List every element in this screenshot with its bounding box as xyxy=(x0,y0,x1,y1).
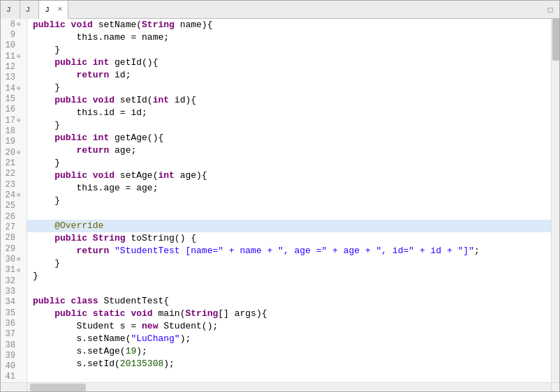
token-plain: age; xyxy=(109,144,136,157)
line-number-24: 24 xyxy=(3,190,15,200)
gutter-line-40: 40 xyxy=(1,361,27,372)
token-plain: ( xyxy=(126,333,131,345)
line-number-34: 34 xyxy=(3,297,15,307)
code-line-13: } xyxy=(27,82,551,94)
line-number-26: 26 xyxy=(3,212,15,222)
gutter-line-25: 25 xyxy=(1,201,27,211)
token-plain: s. xyxy=(33,345,87,358)
gutter-line-33: 33 xyxy=(1,286,27,296)
token-method: setName xyxy=(87,333,126,345)
window-controls: □ xyxy=(530,3,559,16)
scrollbar-thumb-v[interactable] xyxy=(552,19,559,61)
token-plain: s. xyxy=(33,358,87,370)
fold-icon-24[interactable]: ⊖ xyxy=(17,191,24,199)
token-kw: String xyxy=(93,232,131,245)
fold-icon-17[interactable]: ⊖ xyxy=(17,116,24,124)
gutter-line-38: 38 xyxy=(1,340,27,350)
gutter-line-13: 13 xyxy=(1,73,27,83)
token-plain: Student s = xyxy=(33,320,142,333)
token-plain: ( xyxy=(136,19,142,31)
minimize-button[interactable] xyxy=(530,3,543,16)
token-plain: s. xyxy=(33,333,87,345)
code-line-23 xyxy=(27,207,551,220)
maximize-button[interactable]: □ xyxy=(544,3,557,16)
code-line-29 xyxy=(27,282,551,295)
token-method: toString xyxy=(131,232,174,245)
code-line-14: public void setId(int id){ xyxy=(27,94,551,107)
token-plain: ); xyxy=(163,358,175,370)
line-number-21: 21 xyxy=(3,158,15,168)
gutter-line-23: 23 xyxy=(1,179,27,190)
gutter-line-26: 26 xyxy=(1,211,27,222)
token-kw: public int xyxy=(33,56,115,69)
token-plain: } xyxy=(33,82,60,94)
token-kw: return xyxy=(76,69,109,82)
code-line-36 xyxy=(27,370,551,382)
code-line-10: } xyxy=(27,44,551,56)
bottom-area xyxy=(1,382,559,391)
line-number-30: 30 xyxy=(3,255,15,264)
token-kw: String xyxy=(142,19,175,31)
token-plain: Student(); xyxy=(158,320,218,333)
line-number-39: 39 xyxy=(3,351,15,361)
code-line-24: @Override xyxy=(27,220,551,232)
token-plain: (){ xyxy=(147,132,163,144)
fold-icon-30[interactable]: ⊖ xyxy=(17,255,24,263)
code-lines: public void setName(String name){ this.n… xyxy=(27,19,551,382)
tab-studenttest[interactable]: J ✕ xyxy=(39,1,68,19)
token-kw: public static void xyxy=(54,308,158,320)
line-gutter: 8⊖91011⊖121314⊖151617⊖181920⊖21222324⊖25… xyxy=(1,19,27,382)
tab-codestandard[interactable]: J xyxy=(1,1,20,19)
line-number-17: 17 xyxy=(3,116,15,126)
code-line-9: this.name = name; xyxy=(27,31,551,44)
line-number-37: 37 xyxy=(3,329,15,339)
token-plain xyxy=(33,69,76,82)
line-number-38: 38 xyxy=(3,340,15,350)
line-number-40: 40 xyxy=(3,361,15,371)
code-line-25: public String toString() { xyxy=(27,232,551,245)
token-method: setId xyxy=(87,358,115,370)
tab-close-button[interactable]: ✕ xyxy=(58,6,63,13)
token-plain: } xyxy=(33,257,60,270)
token-plain xyxy=(33,308,54,320)
line-number-29: 29 xyxy=(3,244,15,254)
line-number-36: 36 xyxy=(3,319,15,329)
gutter-line-15: 15 xyxy=(1,93,27,104)
token-method: getAge xyxy=(115,132,147,144)
token-plain: ; xyxy=(474,245,480,257)
fold-icon-11[interactable]: ⊖ xyxy=(17,52,24,60)
fold-icon-14[interactable]: ⊖ xyxy=(17,84,24,92)
token-kw: public void xyxy=(33,169,120,182)
token-plain xyxy=(109,245,115,257)
token-plain: (){ xyxy=(142,56,158,69)
vertical-scrollbar[interactable] xyxy=(551,19,559,382)
token-kw: public xyxy=(33,232,93,245)
line-number-33: 33 xyxy=(3,287,15,296)
token-number: 19 xyxy=(126,345,137,358)
token-plain: () { xyxy=(175,232,196,245)
gutter-line-27: 27 xyxy=(1,222,27,232)
line-number-32: 32 xyxy=(3,276,15,286)
token-kw: public class xyxy=(33,295,103,308)
line-number-18: 18 xyxy=(3,126,15,136)
scrollbar-thumb-h[interactable] xyxy=(30,384,86,391)
gutter-line-12: 12 xyxy=(1,61,27,72)
token-annotation: @Override xyxy=(33,220,103,232)
code-line-17: public int getAge(){ xyxy=(27,132,551,144)
horizontal-scrollbar[interactable] xyxy=(27,383,551,391)
gutter-line-31: 31⊖ xyxy=(1,265,27,276)
fold-icon-20[interactable]: ⊖ xyxy=(17,149,24,156)
gutter-line-24: 24⊖ xyxy=(1,190,27,200)
tab-mymath[interactable]: J xyxy=(20,1,40,19)
token-method: setName xyxy=(98,19,137,31)
token-plain: ( xyxy=(147,94,153,107)
fold-icon-8[interactable]: ⊖ xyxy=(17,20,24,28)
token-method: StudentTest xyxy=(103,295,163,308)
fold-icon-31[interactable]: ⊖ xyxy=(17,266,24,274)
code-line-12: return id; xyxy=(27,69,551,82)
code-content[interactable]: public void setName(String name){ this.n… xyxy=(27,19,551,382)
code-line-33: s.setName("LuChang"); xyxy=(27,333,551,345)
token-plain: this.id = id; xyxy=(33,107,147,119)
line-number-11: 11 xyxy=(3,52,15,61)
line-number-16: 16 xyxy=(3,105,15,114)
